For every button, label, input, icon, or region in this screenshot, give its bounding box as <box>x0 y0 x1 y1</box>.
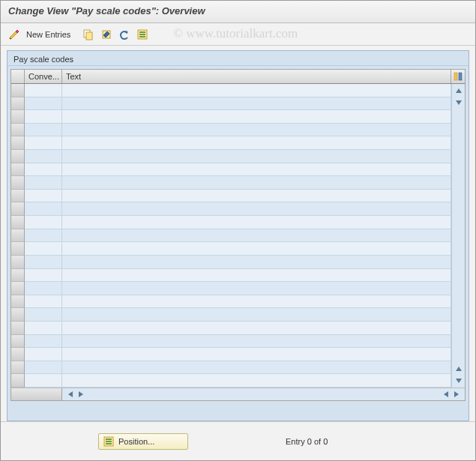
table-row[interactable] <box>11 163 451 177</box>
row-selector[interactable] <box>11 229 25 243</box>
vertical-scrollbar[interactable] <box>451 84 465 388</box>
table-row[interactable] <box>11 348 451 361</box>
cell-conve[interactable] <box>25 282 62 295</box>
table-row[interactable] <box>11 308 451 322</box>
cell-conve[interactable] <box>25 335 62 349</box>
scroll-left2-icon[interactable] <box>441 389 451 400</box>
row-selector[interactable] <box>11 374 25 388</box>
cell-conve[interactable] <box>25 202 62 216</box>
copy-icon[interactable] <box>81 27 96 42</box>
cell-text[interactable] <box>62 110 451 124</box>
edit-pencil-icon[interactable] <box>7 27 22 42</box>
cell-text[interactable] <box>62 282 451 295</box>
row-selector[interactable] <box>11 335 25 349</box>
table-row[interactable] <box>11 242 451 256</box>
cell-text[interactable] <box>62 242 451 256</box>
cell-text[interactable] <box>62 229 451 243</box>
cell-conve[interactable] <box>25 256 62 269</box>
row-selector[interactable] <box>11 97 25 111</box>
row-selector[interactable] <box>11 256 25 269</box>
cell-text[interactable] <box>62 124 451 137</box>
position-button[interactable]: Position... <box>98 433 188 450</box>
row-selector[interactable] <box>11 282 25 295</box>
cell-text[interactable] <box>62 176 451 190</box>
cell-conve[interactable] <box>25 150 62 163</box>
cell-conve[interactable] <box>25 216 62 229</box>
scroll-up2-icon[interactable] <box>454 364 464 374</box>
cell-text[interactable] <box>62 295 451 309</box>
cell-conve[interactable] <box>25 374 62 388</box>
row-selector[interactable] <box>11 269 25 283</box>
column-header-text[interactable]: Text <box>62 70 451 83</box>
row-selector[interactable] <box>11 202 25 216</box>
cell-text[interactable] <box>62 84 451 97</box>
cell-text[interactable] <box>62 163 451 177</box>
table-row[interactable] <box>11 176 451 190</box>
undo-icon[interactable] <box>117 27 132 42</box>
cell-text[interactable] <box>62 269 451 283</box>
row-selector[interactable] <box>11 84 25 97</box>
cell-conve[interactable] <box>25 348 62 361</box>
table-row[interactable] <box>11 322 451 335</box>
row-selector[interactable] <box>11 361 25 375</box>
row-selector[interactable] <box>11 322 25 335</box>
table-row[interactable] <box>11 282 451 295</box>
cell-text[interactable] <box>62 348 451 361</box>
cell-text[interactable] <box>62 374 451 388</box>
table-row[interactable] <box>11 229 451 243</box>
cell-text[interactable] <box>62 361 451 375</box>
cell-conve[interactable] <box>25 361 62 375</box>
row-selector[interactable] <box>11 308 25 322</box>
scroll-right-icon[interactable] <box>76 389 86 400</box>
row-selector[interactable] <box>11 136 25 150</box>
cell-text[interactable] <box>62 335 451 349</box>
row-selector[interactable] <box>11 150 25 163</box>
cell-text[interactable] <box>62 308 451 322</box>
scroll-down-icon[interactable] <box>454 97 464 108</box>
delete-icon[interactable] <box>99 27 114 42</box>
row-selector[interactable] <box>11 242 25 256</box>
cell-text[interactable] <box>62 202 451 216</box>
cell-conve[interactable] <box>25 110 62 124</box>
table-row[interactable] <box>11 269 451 283</box>
cell-text[interactable] <box>62 150 451 163</box>
header-select-all[interactable] <box>11 70 25 83</box>
cell-conve[interactable] <box>25 242 62 256</box>
cell-text[interactable] <box>62 136 451 150</box>
table-row[interactable] <box>11 361 451 375</box>
table-row[interactable] <box>11 216 451 229</box>
column-header-conve[interactable]: Conve... <box>25 70 62 83</box>
cell-conve[interactable] <box>25 124 62 137</box>
table-row[interactable] <box>11 150 451 163</box>
scroll-down2-icon[interactable] <box>454 376 464 386</box>
row-selector[interactable] <box>11 216 25 229</box>
row-selector[interactable] <box>11 190 25 203</box>
cell-conve[interactable] <box>25 84 62 97</box>
table-row[interactable] <box>11 374 451 388</box>
row-selector[interactable] <box>11 348 25 361</box>
cell-text[interactable] <box>62 256 451 269</box>
cell-conve[interactable] <box>25 322 62 335</box>
scroll-up-icon[interactable] <box>454 85 464 96</box>
cell-conve[interactable] <box>25 190 62 203</box>
select-all-icon[interactable] <box>135 27 150 42</box>
scroll-left-icon[interactable] <box>65 389 76 400</box>
cell-conve[interactable] <box>25 163 62 177</box>
cell-conve[interactable] <box>25 308 62 322</box>
table-row[interactable] <box>11 202 451 216</box>
cell-conve[interactable] <box>25 97 62 111</box>
cell-text[interactable] <box>62 97 451 111</box>
cell-text[interactable] <box>62 190 451 203</box>
row-selector[interactable] <box>11 163 25 177</box>
cell-conve[interactable] <box>25 176 62 190</box>
table-row[interactable] <box>11 84 451 97</box>
row-selector[interactable] <box>11 176 25 190</box>
table-row[interactable] <box>11 190 451 203</box>
table-row[interactable] <box>11 256 451 269</box>
horizontal-scrollbar[interactable] <box>10 388 466 401</box>
table-row[interactable] <box>11 97 451 111</box>
cell-conve[interactable] <box>25 229 62 243</box>
cell-conve[interactable] <box>25 269 62 283</box>
row-selector[interactable] <box>11 124 25 137</box>
configure-columns-icon[interactable] <box>451 70 465 83</box>
